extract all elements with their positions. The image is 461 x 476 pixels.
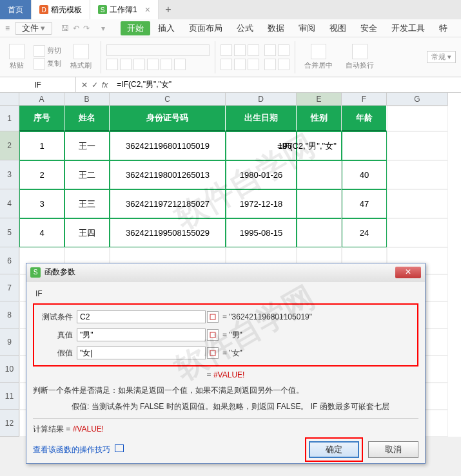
menu-formula[interactable]: 公式: [230, 19, 260, 37]
tab-add-icon[interactable]: +: [159, 4, 178, 15]
row-header-1[interactable]: 1: [0, 106, 19, 131]
cell-F4[interactable]: 47: [342, 189, 387, 218]
menu-security[interactable]: 安全: [354, 19, 384, 37]
font-selector[interactable]: [106, 44, 210, 56]
number-format-select[interactable]: 常规 ▾: [427, 51, 456, 63]
underline-icon[interactable]: [133, 59, 145, 70]
ok-button[interactable]: 确定: [309, 441, 359, 458]
arg-test-input[interactable]: [77, 310, 206, 323]
cell-E3[interactable]: [297, 160, 342, 189]
dialog-titlebar[interactable]: S 函数参数 ✕: [26, 263, 425, 281]
cell-G2[interactable]: [387, 131, 448, 160]
arg-true-input[interactable]: [77, 328, 206, 341]
cell-D4[interactable]: 1972-12-18: [226, 189, 297, 218]
menu-view[interactable]: 视图: [323, 19, 353, 37]
col-header-F[interactable]: F: [342, 93, 387, 106]
col-header-D[interactable]: D: [226, 93, 297, 106]
row-header-8[interactable]: 8: [0, 301, 19, 328]
cancel-button[interactable]: 取消: [368, 441, 418, 458]
dialog-help-link[interactable]: 查看该函数的操作技巧: [33, 444, 124, 455]
quick-undo-icon[interactable]: ↶: [73, 24, 79, 33]
cell-C2[interactable]: 362421196801105019: [110, 131, 226, 160]
name-box[interactable]: IF: [0, 77, 76, 92]
cell-E5[interactable]: [297, 218, 342, 247]
col-header-A[interactable]: A: [19, 93, 64, 106]
col-header-C[interactable]: C: [110, 93, 226, 106]
quick-save-icon[interactable]: 🖫: [61, 24, 69, 33]
quick-dropdown-icon[interactable]: ▾: [101, 24, 105, 33]
copy-icon[interactable]: [34, 58, 45, 70]
cell-E4[interactable]: [297, 189, 342, 218]
fx-icon[interactable]: fx: [102, 81, 108, 90]
select-all-corner[interactable]: [0, 93, 19, 106]
border-icon[interactable]: [147, 59, 159, 70]
menu-layout[interactable]: 页面布局: [182, 19, 229, 37]
hdr-seq[interactable]: 序号: [19, 106, 64, 131]
cell-D5[interactable]: 1995-08-15: [226, 218, 297, 247]
row-header-7[interactable]: 7: [0, 274, 19, 301]
range-picker-icon[interactable]: [207, 329, 219, 341]
accept-formula-icon[interactable]: ✓: [92, 81, 98, 90]
tab-workbook[interactable]: S 工作簿1 ×: [90, 0, 159, 19]
cell-F5[interactable]: 24: [342, 218, 387, 247]
cell-F2[interactable]: [342, 131, 387, 160]
row-header-4[interactable]: 4: [0, 189, 19, 218]
menu-extra[interactable]: 特: [433, 19, 454, 37]
cell-A2[interactable]: 1: [19, 131, 64, 160]
row-header-6[interactable]: 6: [0, 247, 19, 274]
menu-data[interactable]: 数据: [261, 19, 291, 37]
cell-C5[interactable]: 362421199508155029: [110, 218, 226, 247]
cell-B5[interactable]: 王四: [64, 218, 110, 247]
merge-split-icon[interactable]: [278, 59, 289, 70]
cell-G5[interactable]: [387, 218, 448, 247]
cell-C4[interactable]: 362421197212185027: [110, 189, 226, 218]
cut-icon[interactable]: [34, 45, 45, 57]
cancel-formula-icon[interactable]: ✕: [81, 81, 88, 90]
font-color-icon[interactable]: [174, 59, 186, 70]
menu-file[interactable]: 文件▾: [15, 22, 52, 35]
col-header-B[interactable]: B: [64, 93, 110, 106]
cell-B2[interactable]: 王一: [64, 131, 110, 160]
cell-G4[interactable]: [387, 189, 448, 218]
align-right-icon[interactable]: [248, 59, 259, 70]
menu-expand-icon[interactable]: ≡: [5, 24, 10, 33]
tab-home[interactable]: 首页: [0, 0, 32, 19]
arg-false-input[interactable]: [77, 347, 206, 359]
cell-G1[interactable]: [387, 106, 448, 131]
bold-icon[interactable]: [106, 59, 118, 70]
row-header-10[interactable]: 10: [0, 356, 19, 383]
col-header-G[interactable]: G: [387, 93, 448, 106]
dialog-close-button[interactable]: ✕: [395, 267, 421, 278]
cell-C3[interactable]: 362421198001265013: [110, 160, 226, 189]
ribbon-wrap[interactable]: 自动换行: [342, 44, 378, 70]
hdr-gender[interactable]: 性别: [297, 106, 342, 131]
cell-A5[interactable]: 4: [19, 218, 64, 247]
paste-icon[interactable]: [9, 44, 25, 59]
cell-A4[interactable]: 3: [19, 189, 64, 218]
align-left-icon[interactable]: [221, 59, 232, 70]
row-header-3[interactable]: 3: [0, 160, 19, 189]
menu-start[interactable]: 开始: [121, 21, 150, 35]
ribbon-merge[interactable]: 合并居中: [300, 44, 337, 70]
cell-D3[interactable]: 1980-01-26: [226, 160, 297, 189]
align-top-icon[interactable]: [221, 44, 232, 56]
quick-redo-icon[interactable]: ↷: [83, 24, 90, 33]
indent-dec-icon[interactable]: [264, 44, 276, 56]
indent-inc-icon[interactable]: [278, 44, 289, 56]
hdr-name[interactable]: 姓名: [64, 106, 110, 131]
align-middle-icon[interactable]: [234, 44, 246, 56]
row-header-2[interactable]: 2: [0, 131, 19, 160]
row-header-9[interactable]: 9: [0, 328, 19, 356]
menu-insert[interactable]: 插入: [152, 19, 181, 37]
cell-B3[interactable]: 王二: [64, 160, 110, 189]
fill-color-icon[interactable]: [161, 59, 172, 70]
row-header-11[interactable]: 11: [0, 383, 19, 410]
ribbon-format-painter[interactable]: 格式刷: [66, 44, 95, 70]
tab-close-icon[interactable]: ×: [145, 5, 150, 15]
row-header-12[interactable]: 12: [0, 410, 19, 437]
menu-devtools[interactable]: 开发工具: [385, 19, 431, 37]
hdr-birth[interactable]: 出生日期: [226, 106, 297, 131]
range-picker-icon[interactable]: [207, 347, 219, 359]
cell-A3[interactable]: 2: [19, 160, 64, 189]
menu-review[interactable]: 审阅: [292, 19, 322, 37]
